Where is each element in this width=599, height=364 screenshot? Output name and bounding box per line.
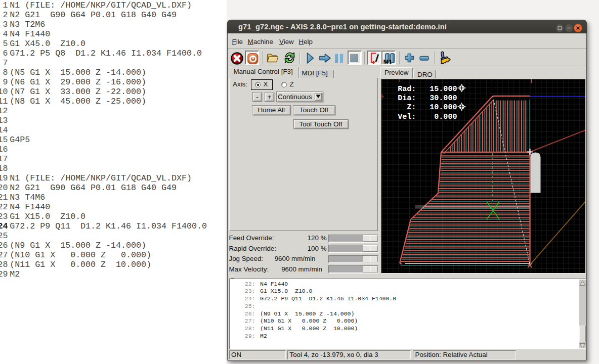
svg-text:M1: M1 <box>383 59 392 65</box>
svg-text:Rad: 15.000: Rad: 15.000 <box>398 85 457 94</box>
svg-text:Vel: 0.000: Vel: 0.000 <box>398 113 457 121</box>
svg-text:Dia: 30.000: Dia: 30.000 <box>398 94 457 103</box>
svg-text:Z: 10.000: Z: 10.000 <box>398 103 457 112</box>
